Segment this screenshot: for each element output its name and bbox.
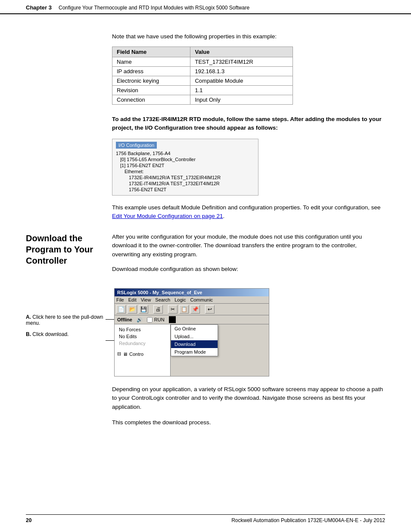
dropdown-download[interactable]: Download (171, 340, 218, 348)
toolbar-print-btn[interactable]: 🖨 (153, 305, 163, 314)
body-text-4: This completes the download process. (112, 418, 385, 427)
field-name-cell: Name (112, 57, 190, 67)
field-name-cell: Connection (112, 95, 190, 105)
sw-dropdown-menu: Go Online Upload... Download Program Mod… (171, 324, 218, 356)
field-name-cell: Electronic keying (112, 76, 190, 86)
col-field-name: Field Name (112, 47, 190, 57)
properties-table: Field Name Value NameTEST_1732EIT4IM12RI… (112, 47, 293, 105)
section-title: Download the Program to Your Controller (26, 233, 99, 266)
intro-note: Note that we have used the following pro… (112, 33, 385, 40)
module-def-text: This example uses default Module Definit… (112, 203, 385, 221)
menu-logic[interactable]: Logic (174, 297, 186, 302)
sw-menubar: File Edit View Search Logic Communic (115, 296, 269, 304)
io-tree-item: [1] 1756-EN2T EN2T (116, 162, 255, 168)
io-config-title: I/O Configuration (116, 142, 157, 149)
run-checkbox[interactable]: RUN (147, 317, 165, 323)
software-screenshot-section: A. Click here to see the pull-down menu.… (26, 288, 385, 376)
status-indicator (169, 316, 176, 323)
run-label: RUN (154, 317, 165, 322)
section-body2: Download module configuration as shown b… (112, 265, 385, 274)
properties-table-container: Field Name Value NameTEST_1732EIT4IM12RI… (112, 47, 385, 105)
io-tree-item: 1756-EN2T EN2T (116, 187, 255, 193)
menu-search[interactable]: Search (155, 297, 170, 302)
main-content: Note that we have used the following pro… (0, 14, 411, 459)
toolbar-open-btn[interactable]: 📂 (128, 305, 137, 314)
dropdown-upload[interactable]: Upload... (171, 333, 218, 340)
publication-info: Rockwell Automation Publication 1732E-UM… (231, 517, 385, 523)
table-row: IP address192.168.1.3 (112, 67, 293, 76)
annotation-column: A. Click here to see the pull-down menu.… (26, 288, 106, 342)
page-footer: 20 Rockwell Automation Publication 1732E… (26, 514, 385, 523)
header-title: Configure Your Thermocouple and RTD Inpu… (59, 5, 249, 11)
ann-a-text: Click here to see the pull-down menu. (26, 314, 103, 326)
toolbar-paste-btn[interactable]: 📌 (190, 305, 200, 314)
page-header: Chapter 3 Configure Your Thermocouple an… (0, 0, 411, 14)
controller-icon: 🖥 (123, 352, 128, 357)
table-row: Electronic keyingCompatible Module (112, 76, 293, 86)
toolbar-copy-btn[interactable]: 📋 (179, 305, 189, 314)
field-name-cell: IP address (112, 67, 190, 76)
download-section: Download the Program to Your Controller … (26, 233, 385, 280)
dropdown-go-online[interactable]: Go Online (171, 325, 218, 333)
io-tree-item: Ethernet: (116, 168, 255, 174)
run-check-input[interactable] (147, 317, 153, 323)
table-header-row: Field Name Value (112, 47, 293, 57)
table-row: Revision1.1 (112, 86, 293, 95)
value-cell: Input Only (190, 95, 293, 105)
rtd-text: To add the 1732E-IR4IM12R RTD module, fo… (112, 115, 385, 133)
io-tree: 1756 Backplane, 1756-A4[0] 1756-L65 Armo… (116, 150, 255, 193)
sw-right-panel: Go Online Upload... Download Program Mod… (171, 324, 269, 376)
value-cell: TEST_1732EIT4IM12R (190, 57, 293, 67)
connector-lines (106, 288, 114, 341)
toolbar-cut-btn[interactable]: ✂ (168, 305, 177, 314)
ann-b-text: Click download. (32, 331, 68, 337)
sw-left-panel: No Forces No Edits Redundancy ⊟ 🖥 Contro (115, 324, 171, 376)
section-body1: After you write configuration for your m… (112, 233, 385, 259)
chapter-label: Chapter 3 (26, 4, 52, 11)
sw-offline-bar: Offline 🔊 RUN (115, 315, 269, 324)
module-def-link[interactable]: Edit Your Module Configuration on page 2… (112, 213, 223, 219)
field-name-cell: Revision (112, 86, 190, 95)
menu-view[interactable]: View (141, 297, 151, 302)
section-left: Download the Program to Your Controller (26, 233, 103, 280)
page-number: 20 (26, 517, 31, 523)
toolbar-new-btn[interactable]: 📄 (116, 305, 126, 314)
software-window: RSLogix 5000 - My_Sequence_of_Eve File E… (114, 288, 269, 376)
io-tree-item: 1732E-IT4IM12R/A TEST_1732EIT4IM12R (116, 180, 255, 187)
menu-communic[interactable]: Communic (190, 297, 213, 302)
value-cell: 192.168.1.3 (190, 67, 293, 76)
col-value: Value (190, 47, 293, 57)
io-config-screenshot: I/O Configuration 1756 Backplane, 1756-A… (112, 139, 258, 196)
io-tree-item: 1732E-IR4IM12R/A TEST_1732EIR4IM12R (116, 174, 255, 180)
dropdown-program-mode[interactable]: Program Mode (171, 348, 218, 356)
annotation-a-content: A. Click here to see the pull-down menu. (26, 314, 106, 326)
table-row: NameTEST_1732EIT4IM12R (112, 57, 293, 67)
annotation-b-content: B. Click download. (26, 331, 68, 337)
section-right: After you write configuration for your m… (112, 233, 385, 280)
rtd-text-content: To add the 1732E-IR4IM12R RTD module, fo… (112, 116, 382, 131)
table-row: ConnectionInput Only (112, 95, 293, 105)
io-tree-item: 1756 Backplane, 1756-A4 (116, 150, 255, 156)
value-cell: Compatible Module (190, 76, 293, 86)
ann-b-letter: B. (26, 331, 31, 337)
page: Chapter 3 Configure Your Thermocouple an… (0, 0, 411, 532)
status-no-edits: No Edits (117, 333, 168, 340)
menu-file[interactable]: File (116, 297, 124, 302)
offline-label: Offline (117, 317, 132, 322)
controller-expand-icon: ⊟ (117, 351, 121, 357)
menu-edit[interactable]: Edit (128, 297, 137, 302)
status-redundancy: Redundancy (117, 340, 168, 347)
body-text-3: Depending on your application, a variety… (112, 385, 385, 411)
annotation-a: A. Click here to see the pull-down menu. (26, 314, 106, 326)
toolbar-undo-btn[interactable]: ↩ (205, 305, 215, 314)
io-tree-item: [0] 1756-L65 ArmorBlock_Controller (116, 156, 255, 162)
offline-icon: 🔊 (137, 317, 143, 323)
sw-body: No Forces No Edits Redundancy ⊟ 🖥 Contro… (115, 324, 269, 376)
controller-row: ⊟ 🖥 Contro (117, 351, 168, 357)
sw-titlebar: RSLogix 5000 - My_Sequence_of_Eve (115, 289, 269, 296)
annotation-b: B. Click download. (26, 331, 106, 337)
toolbar-save-btn[interactable]: 💾 (139, 305, 148, 314)
value-cell: 1.1 (190, 86, 293, 95)
controller-label: Contro (129, 352, 143, 357)
ann-a-letter: A. (26, 314, 31, 320)
